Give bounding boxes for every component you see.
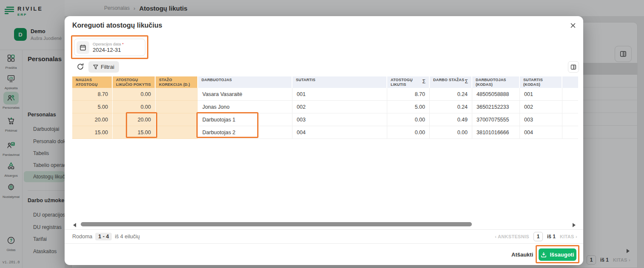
modal-actions: Atšaukti Išsaugoti	[65, 243, 583, 265]
cell-darbuotojo-kodas: 36502152233	[472, 101, 520, 113]
showing-total: iš 4 eilučių	[115, 234, 139, 240]
previous-page-button[interactable]: ANKSTESNIS	[495, 234, 529, 239]
scroll-left-icon[interactable]	[73, 223, 76, 227]
cell-darbuotojas: Vasara Vasaraitė	[198, 88, 292, 101]
rows-showing: Rodoma 1 - 4 iš 4 eilučių	[72, 230, 140, 243]
col-header-darbo-stazas[interactable]: DARBO STAŽASΣ	[430, 76, 472, 88]
save-icon	[541, 252, 547, 258]
cell-stazas: 0.24	[430, 88, 472, 101]
horizontal-scrollbar[interactable]	[81, 222, 472, 226]
cell-sutartis: 002	[292, 101, 387, 113]
columns-icon	[570, 64, 576, 70]
cell-stazo[interactable]	[156, 113, 198, 126]
sum-icon[interactable]: Σ	[422, 79, 426, 88]
cell-stazo[interactable]	[156, 126, 198, 139]
cell-stazo[interactable]	[156, 101, 198, 113]
app-root: RIVILE ERP D Demo Aušra Juodienė Pradžia	[0, 0, 644, 268]
cell-darbuotojo-kodas: 38101016666	[472, 126, 520, 139]
cell-empty	[562, 113, 578, 126]
operation-date-field[interactable]: Operacijos data * 2024-12-31	[74, 39, 145, 56]
modal-title: Koreguoti atostogų likučius	[72, 22, 162, 29]
filters-button-label: Filtrai	[101, 64, 114, 70]
cell-likutis: 0.00	[387, 113, 430, 126]
col-header-empty	[562, 76, 578, 88]
filter-funnel-icon	[93, 65, 98, 70]
showing-label: Rodoma	[72, 234, 92, 240]
cell-naujas[interactable]: 15.00	[72, 126, 113, 139]
cell-likutis: 5.00	[387, 101, 430, 113]
col-header-atostogu-likutis[interactable]: ATOSTOGŲ LIKUTISΣ	[387, 76, 430, 88]
cell-naujas[interactable]: 8.70	[72, 88, 113, 101]
filters-button[interactable]: Filtrai	[88, 61, 119, 73]
cell-sutarties-kodas: 002	[520, 101, 562, 113]
modal-pagination: ANKSTESNIS 1 iš 1 KITAS	[495, 230, 577, 243]
refresh-icon[interactable]	[77, 63, 84, 71]
cell-sutartis: 001	[292, 88, 387, 101]
cell-stazas: 0.24	[430, 101, 472, 113]
modal-koreguoti-atostogu-likucius: Koreguoti atostogų likučius Operacijos d…	[65, 16, 583, 265]
cell-sutarties-kodas: 001	[520, 88, 562, 101]
scroll-right-icon[interactable]	[573, 223, 576, 227]
cancel-button[interactable]: Atšaukti	[511, 251, 533, 258]
header-label: DARBO STAŽAS	[433, 78, 464, 88]
cell-pokytis[interactable]: 15.00	[113, 126, 156, 139]
cell-empty	[562, 88, 578, 101]
cell-darbuotojas: Darbuotojas 2	[198, 126, 292, 139]
cell-pokytis[interactable]: 0.00	[113, 88, 156, 101]
save-button-label: Išsaugoti	[550, 251, 574, 258]
col-header-likucio-pokytis[interactable]: ATOSTOGŲ LIKUČIO POKYTIS	[113, 76, 156, 88]
cell-darbuotojo-kodas: 48505058888	[472, 88, 520, 101]
cell-sutarties-kodas: 004	[520, 126, 562, 139]
cell-naujas[interactable]: 20.00	[72, 113, 113, 126]
cell-stazas: 0.00	[430, 126, 472, 139]
table-row: 15.00 15.00 Darbuotojas 2 004 0.00 0.00 …	[72, 126, 578, 139]
page-count-label: iš 1	[547, 234, 556, 240]
table-header-row: NAUJAS ATOSTOGŲ LIKUTIS ATOSTOGŲ LIKUČIO…	[72, 76, 578, 88]
vacation-balance-table: NAUJAS ATOSTOGŲ LIKUTIS ATOSTOGŲ LIKUČIO…	[72, 76, 578, 139]
header-label: ATOSTOGŲ LIKUTIS	[391, 78, 422, 88]
close-icon[interactable]	[570, 22, 576, 29]
sum-icon[interactable]: Σ	[465, 79, 468, 88]
date-field-label: Operacijos data *	[93, 42, 124, 46]
calendar-icon	[77, 41, 89, 54]
required-mark: *	[122, 42, 124, 46]
col-header-sutartis[interactable]: SUTARTIS	[292, 76, 387, 88]
cell-likutis: 0.00	[387, 126, 430, 139]
cell-darbuotojas: Darbuotojas 1	[198, 113, 292, 126]
cell-empty	[562, 126, 578, 139]
date-field-value: 2024-12-31	[93, 47, 124, 53]
cell-empty	[562, 101, 578, 113]
next-page-button[interactable]: KITAS	[560, 234, 577, 239]
cell-sutartis: 003	[292, 113, 387, 126]
cell-stazas: 0.49	[430, 113, 472, 126]
cell-stazo[interactable]	[156, 88, 198, 101]
cell-likutis: 8.70	[387, 88, 430, 101]
col-header-naujas-likutis[interactable]: NAUJAS ATOSTOGŲ LIKUTIS	[72, 76, 113, 88]
cell-pokytis[interactable]: 0.00	[113, 101, 156, 113]
cell-pokytis[interactable]: 20.00	[113, 113, 156, 126]
modal-columns-settings-button[interactable]	[568, 61, 579, 73]
col-header-darbuotojo-kodas[interactable]: DARBUOTOJAS (KODAS)	[472, 76, 520, 88]
cell-darbuotojas: Jonas Jono	[198, 101, 292, 113]
date-label-text: Operacijos data	[93, 42, 121, 46]
table-footer: Rodoma 1 - 4 iš 4 eilučių ANKSTESNIS 1 i…	[65, 229, 583, 243]
col-header-stazo-korekcija[interactable]: STAŽO KOREKCIJA (D.)	[156, 76, 198, 88]
current-page-box[interactable]: 1	[533, 232, 543, 241]
cell-sutarties-kodas: 003	[520, 113, 562, 126]
col-header-sutarties-kodas[interactable]: SUTARTIS (KODAS)	[520, 76, 562, 88]
save-button[interactable]: Išsaugoti	[539, 248, 576, 261]
cell-naujas[interactable]: 5.00	[72, 101, 113, 113]
table-row: 8.70 0.00 Vasara Vasaraitė 001 8.70 0.24…	[72, 88, 578, 101]
date-field-texts: Operacijos data * 2024-12-31	[93, 42, 124, 53]
col-header-darbuotojas[interactable]: DARBUOTOJAS	[198, 76, 292, 88]
table-row: 20.00 20.00 Darbuotojas 1 003 0.00 0.49 …	[72, 113, 578, 126]
showing-range-badge: 1 - 4	[95, 233, 112, 240]
table-row: 5.00 0.00 Jonas Jono 002 5.00 0.24 36502…	[72, 101, 578, 113]
cell-darbuotojo-kodas: 37007075555	[472, 113, 520, 126]
cell-sutartis: 004	[292, 126, 387, 139]
